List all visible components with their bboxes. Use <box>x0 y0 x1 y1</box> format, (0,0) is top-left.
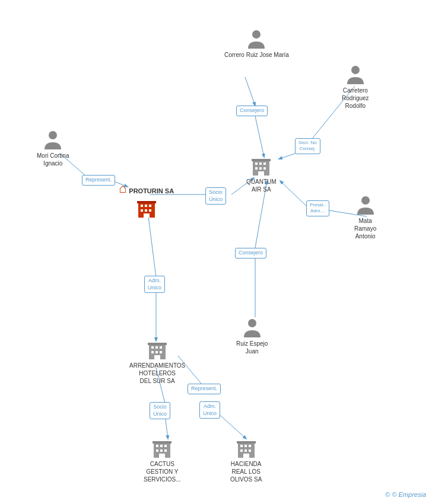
label-correro: Correro Ruiz Jose María <box>224 51 289 59</box>
node-cactus: CACTUSGESTION YSERVICIOS... <box>144 438 181 483</box>
svg-rect-34 <box>141 209 143 212</box>
svg-rect-66 <box>243 454 249 458</box>
building-icon-hacienda <box>236 438 257 459</box>
svg-point-39 <box>361 196 370 205</box>
building-icon-quantum <box>250 155 272 177</box>
svg-rect-35 <box>145 209 147 212</box>
svg-rect-60 <box>240 445 243 447</box>
watermark: © © Empresia <box>385 491 426 498</box>
badge-adm-unico1: Adm.Unico <box>144 276 165 293</box>
svg-rect-65 <box>249 449 251 452</box>
svg-line-9 <box>280 181 307 206</box>
svg-rect-48 <box>154 355 160 359</box>
svg-rect-49 <box>148 343 167 345</box>
label-mori: Mori CortinaIgnacio <box>37 152 69 167</box>
building-icon-arrendamientos <box>147 339 168 361</box>
svg-rect-61 <box>244 445 247 447</box>
svg-line-0 <box>245 77 255 106</box>
badge-consejero1: Consejero <box>236 106 268 116</box>
svg-rect-26 <box>259 167 262 170</box>
svg-rect-51 <box>156 445 158 447</box>
building-icon-cactus <box>151 438 173 459</box>
label-arrendamientos: ARRENDAMIENTOSHOTELEROSDEL SUR SA <box>129 362 185 385</box>
brand-name: © Empresia <box>392 491 426 498</box>
svg-rect-67 <box>237 441 256 444</box>
node-hacienda: HACIENDAREAL LOSOLIVOS SA <box>230 438 262 483</box>
building-icon-proturin <box>136 197 157 219</box>
svg-rect-58 <box>153 441 171 444</box>
svg-rect-37 <box>144 213 150 218</box>
svg-rect-42 <box>151 346 154 349</box>
node-carretero: CarreteroRodriguezRodolfo <box>342 64 369 110</box>
svg-rect-53 <box>164 445 167 447</box>
svg-rect-31 <box>141 205 143 207</box>
svg-rect-24 <box>263 162 266 165</box>
svg-rect-29 <box>252 159 271 161</box>
node-correro: Correro Ruiz Jose María <box>224 28 289 59</box>
badge-socio-unico2: SocioÚnico <box>150 402 170 419</box>
person-icon-ruiz-espejo <box>243 317 262 339</box>
svg-rect-52 <box>160 445 163 447</box>
svg-line-1 <box>255 116 264 157</box>
label-quantum: QUANTUMAIR SA <box>246 178 277 193</box>
node-proturin: ⌂PROTURIN SA <box>119 181 174 219</box>
svg-rect-36 <box>149 209 151 212</box>
svg-rect-64 <box>244 449 247 452</box>
svg-rect-25 <box>255 167 258 170</box>
node-quantum: QUANTUMAIR SA <box>246 155 277 193</box>
label-ruiz-espejo: Ruiz EspejoJuan <box>236 340 268 355</box>
copyright-symbol: © <box>385 491 390 498</box>
svg-rect-33 <box>149 205 151 207</box>
svg-rect-63 <box>240 449 243 452</box>
node-ruiz-espejo: Ruiz EspejoJuan <box>236 317 268 355</box>
node-mata: MataRamayoAntonio <box>354 194 376 240</box>
svg-rect-27 <box>263 167 266 170</box>
svg-rect-43 <box>155 346 158 349</box>
svg-rect-23 <box>259 162 262 165</box>
svg-rect-38 <box>137 201 156 203</box>
label-hacienda: HACIENDAREAL LOSOLIVOS SA <box>230 460 262 483</box>
svg-point-18 <box>252 30 261 39</box>
svg-rect-45 <box>151 351 154 353</box>
svg-rect-47 <box>160 351 162 353</box>
label-proturin: PROTURIN SA <box>129 187 174 194</box>
badge-represent1: Represent. <box>82 175 115 186</box>
badge-adm-unico2: Adm.Unico <box>199 401 220 419</box>
svg-rect-22 <box>255 162 258 165</box>
svg-rect-57 <box>159 454 165 458</box>
diagram: Correro Ruiz Jose María CarreteroRodrigu… <box>0 0 432 504</box>
svg-rect-56 <box>164 449 167 452</box>
label-cactus: CACTUSGESTION YSERVICIOS... <box>144 460 181 483</box>
label-mata: MataRamayoAntonio <box>354 217 376 240</box>
svg-rect-28 <box>258 171 264 176</box>
node-mori: Mori CortinaIgnacio <box>37 129 69 167</box>
svg-rect-54 <box>156 449 158 452</box>
person-icon-mata <box>356 194 375 216</box>
svg-rect-62 <box>249 445 251 447</box>
badge-represent2: Represent. <box>188 384 221 394</box>
svg-rect-55 <box>160 449 163 452</box>
svg-rect-46 <box>155 351 158 353</box>
label-carretero: CarreteroRodriguezRodolfo <box>342 87 369 110</box>
svg-line-12 <box>148 216 156 277</box>
person-icon-carretero <box>346 64 365 85</box>
svg-rect-32 <box>145 205 147 207</box>
badge-socio-unico1: SocioÚnico <box>205 187 226 205</box>
svg-line-17 <box>217 412 246 439</box>
node-arrendamientos: ARRENDAMIENTOSHOTELEROSDEL SUR SA <box>129 339 185 385</box>
person-icon-mori <box>43 129 62 151</box>
svg-point-20 <box>49 131 57 139</box>
badge-secr-no-consej: Secr. NoConsej. <box>295 138 320 154</box>
svg-point-40 <box>248 319 256 327</box>
badge-presid-adm: Presid..Adm.... <box>306 200 329 216</box>
svg-point-19 <box>351 66 360 74</box>
svg-rect-44 <box>160 346 162 349</box>
person-icon-correro <box>247 28 266 50</box>
badge-consejero2: Consejero <box>235 248 266 259</box>
